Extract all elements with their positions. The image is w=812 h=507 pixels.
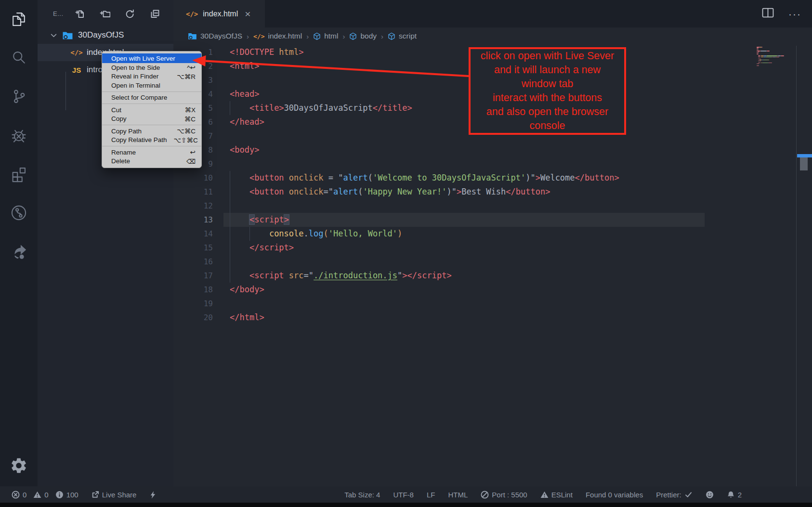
info-circle-icon bbox=[55, 491, 64, 499]
collapse-all-icon[interactable] bbox=[149, 8, 160, 19]
status-bar: 00100Live Share Tab Size: 4UTF-8LFHTMLPo… bbox=[0, 486, 812, 503]
activity-search-icon[interactable] bbox=[0, 39, 38, 77]
minimap-line bbox=[776, 57, 779, 58]
line-text: <script> bbox=[230, 213, 289, 227]
menu-item-open-with-live-server[interactable]: Open with Live Server bbox=[102, 53, 201, 63]
status-eslint[interactable]: ESLint bbox=[540, 491, 573, 499]
minimap-line bbox=[758, 61, 761, 62]
status-live-share-status[interactable]: Live Share bbox=[91, 491, 137, 499]
menu-item-shortcut: ⌘C bbox=[184, 115, 196, 123]
code-line-19: 19 bbox=[173, 297, 812, 311]
activity-circle-branch-icon[interactable] bbox=[0, 194, 38, 232]
code-line-11: 11 <button onclick="alert('Happy New Yea… bbox=[173, 185, 812, 199]
menu-item-label: Copy Relative Path bbox=[111, 136, 167, 143]
menu-item-copy-path[interactable]: Copy Path⌥⌘C bbox=[102, 127, 201, 136]
scrollbar-thumb[interactable] bbox=[800, 157, 808, 170]
annotation-box: click on open with Live Severand it will… bbox=[469, 47, 626, 135]
line-text: <script src="./introduction.js"></script… bbox=[230, 269, 452, 283]
status-problems-info[interactable]: 100 bbox=[55, 491, 79, 499]
smiley-icon bbox=[706, 491, 714, 499]
context-menu: Open with Live ServerOpen to the Side^↩R… bbox=[102, 51, 202, 168]
line-number: 15 bbox=[173, 241, 213, 255]
menu-item-delete[interactable]: Delete⌫ bbox=[102, 157, 201, 166]
minimap-line bbox=[761, 47, 762, 48]
warning-filled-icon bbox=[540, 491, 549, 499]
status-language-mode[interactable]: HTML bbox=[448, 491, 468, 499]
minimap-line bbox=[761, 55, 763, 56]
annotation-text: interact with the buttons bbox=[471, 91, 624, 105]
status-feedback-smiley[interactable] bbox=[706, 491, 714, 499]
status-label: Found 0 variables bbox=[586, 491, 643, 499]
menu-item-open-in-terminal[interactable]: Open in Terminal bbox=[102, 81, 201, 90]
status-label: 2 bbox=[738, 491, 742, 499]
code-line-8: 8<body> bbox=[173, 143, 812, 157]
annotation-text: console bbox=[471, 119, 624, 133]
line-number: 14 bbox=[173, 227, 213, 241]
new-folder-icon[interactable] bbox=[99, 8, 110, 19]
minimap-line bbox=[761, 57, 763, 58]
menu-separator bbox=[102, 146, 201, 146]
menu-item-rename[interactable]: Rename↩ bbox=[102, 148, 201, 157]
menu-item-copy-relative-path[interactable]: Copy Relative Path⌥⇧⌘C bbox=[102, 136, 201, 145]
menu-item-label: Select for Compare bbox=[111, 94, 167, 101]
minimap-line bbox=[757, 48, 759, 49]
menu-item-label: Rename bbox=[111, 149, 136, 156]
tree-folder-row[interactable]: 30DaysOfJS bbox=[38, 26, 173, 44]
activity-live-share-icon[interactable] bbox=[0, 232, 38, 271]
status-variables-found[interactable]: Found 0 variables bbox=[586, 491, 643, 499]
status-notifications-bell[interactable]: 2 bbox=[727, 491, 742, 499]
explorer-title: E... bbox=[53, 10, 64, 17]
line-number: 11 bbox=[173, 185, 213, 199]
refresh-icon[interactable] bbox=[124, 8, 135, 19]
status-encoding[interactable]: UTF-8 bbox=[393, 491, 414, 499]
menu-item-copy[interactable]: Copy⌘C bbox=[102, 115, 201, 124]
menu-item-label: Copy Path bbox=[111, 128, 142, 135]
menu-item-select-for-compare[interactable]: Select for Compare bbox=[102, 93, 201, 103]
status-tab-size[interactable]: Tab Size: 4 bbox=[344, 491, 380, 499]
line-number: 10 bbox=[173, 171, 213, 185]
status-label: 100 bbox=[66, 491, 79, 499]
activity-bar bbox=[0, 0, 38, 486]
menu-item-label: Copy bbox=[111, 115, 127, 122]
code-line-12: 12 bbox=[173, 199, 812, 213]
status-problems-errors[interactable]: 0 bbox=[12, 491, 26, 499]
menu-item-shortcut: ⌘X bbox=[184, 106, 196, 114]
code-line-9: 9 bbox=[173, 157, 812, 171]
code-line-16: 16 bbox=[173, 255, 812, 269]
menu-item-open-to-the-side[interactable]: Open to the Side^↩ bbox=[102, 63, 201, 72]
code-line-14: 14 console.log('Hello, World') bbox=[173, 227, 812, 241]
line-text: <html> bbox=[230, 59, 259, 73]
line-number: 12 bbox=[173, 199, 213, 213]
menu-item-cut[interactable]: Cut⌘X bbox=[102, 105, 201, 115]
status-eol[interactable]: LF bbox=[427, 491, 435, 499]
minimap-line bbox=[757, 52, 759, 52]
line-text: </head> bbox=[230, 115, 264, 129]
activity-files-icon[interactable] bbox=[0, 0, 38, 39]
minimap-line bbox=[757, 53, 759, 54]
annotation-text: window tab bbox=[471, 77, 624, 91]
activity-extensions-icon[interactable] bbox=[0, 155, 38, 194]
activity-debug-icon[interactable] bbox=[0, 116, 38, 155]
status-live-server-port[interactable]: Port : 5500 bbox=[481, 491, 527, 499]
activity-source-control-icon[interactable] bbox=[0, 77, 38, 116]
minimap-line bbox=[758, 57, 760, 58]
status-live-server-bolt[interactable] bbox=[149, 491, 157, 499]
line-text: <!DOCTYPE html> bbox=[230, 45, 304, 59]
menu-item-reveal-in-finder[interactable]: Reveal in Finder⌥⌘R bbox=[102, 72, 201, 81]
status-problems-warnings[interactable]: 0 bbox=[33, 491, 48, 499]
line-number: 16 bbox=[173, 255, 213, 269]
line-text: <button onclick="alert('Happy New Year!'… bbox=[230, 185, 550, 199]
explorer-toolbar bbox=[74, 8, 160, 19]
status-label: ESLint bbox=[551, 491, 573, 499]
minimap-line bbox=[781, 55, 784, 56]
new-file-icon[interactable] bbox=[74, 8, 85, 19]
status-label: Prettier: bbox=[656, 491, 681, 499]
line-text: </script> bbox=[230, 241, 294, 255]
minimap-line bbox=[766, 57, 772, 58]
status-bar-left: 00100Live Share bbox=[12, 491, 157, 499]
error-circle-icon bbox=[12, 491, 20, 499]
activity-gear-icon[interactable] bbox=[0, 449, 38, 482]
code-line-10: 10 <button onclick = "alert('Welcome to … bbox=[173, 171, 812, 185]
status-prettier[interactable]: Prettier: bbox=[656, 491, 693, 499]
status-label: UTF-8 bbox=[393, 491, 414, 499]
